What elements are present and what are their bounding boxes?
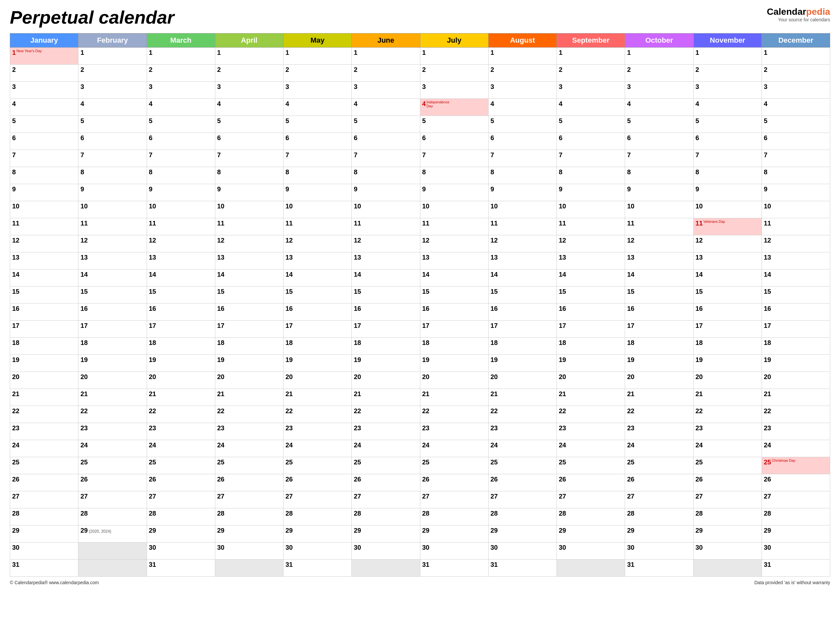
day-number: 10 (491, 202, 498, 210)
day-number: 28 (12, 510, 19, 517)
day-number: 30 (149, 544, 156, 551)
day-number: 4 (12, 100, 16, 107)
month-header-row: January February March April May June Ju… (10, 33, 830, 48)
day-number: 30 (559, 544, 566, 551)
calendar-cell: 18 (420, 338, 488, 355)
table-row: 252525252525252525252525Christmas Day (10, 457, 830, 474)
calendar-cell: 20 (78, 372, 147, 389)
calendar-cell: 28 (693, 509, 762, 525)
day-number: 24 (696, 442, 703, 449)
calendar-cell: 7 (147, 150, 215, 167)
day-number: 22 (491, 407, 498, 415)
day-number: 20 (491, 373, 498, 380)
table-row: 222222222222 (10, 65, 830, 82)
calendar-cell: 8 (420, 167, 488, 184)
calendar-cell: 25 (78, 457, 147, 474)
day-number: 18 (559, 339, 566, 346)
calendar-cell: 19 (10, 355, 78, 372)
table-row: 282828282828282828282828 (10, 509, 830, 525)
day-number: 19 (696, 356, 703, 363)
day-number: 7 (696, 151, 699, 159)
calendar-cell: 22 (78, 406, 147, 423)
calendar-cell: 17 (215, 321, 283, 338)
calendar-cell: 4Independence Day (420, 99, 488, 116)
day-number: 6 (149, 134, 152, 141)
day-number: 23 (764, 424, 771, 432)
calendar-cell: 20 (762, 372, 830, 389)
col-jul: July (420, 33, 488, 48)
calendar-cell: 12 (215, 235, 283, 253)
calendar-cell: 6 (215, 133, 283, 150)
calendar-cell: 18 (625, 338, 693, 355)
col-sep: September (557, 33, 625, 48)
day-number: 16 (627, 305, 634, 312)
calendar-cell: 20 (557, 372, 625, 389)
day-number: 8 (354, 168, 357, 176)
day-number: 23 (149, 424, 156, 432)
calendar-cell: 7 (352, 150, 420, 167)
day-number: 29 (696, 527, 703, 534)
table-row: 3030303030303030303030 (10, 542, 830, 560)
calendar-cell: 20 (352, 372, 420, 389)
day-number: 10 (354, 202, 361, 210)
calendar-cell: 12 (488, 235, 556, 253)
calendar-cell: 25Christmas Day (762, 457, 830, 474)
calendar-cell: 24 (420, 440, 488, 457)
calendar-cell: 22 (693, 406, 762, 423)
calendar-cell: 27 (215, 491, 283, 509)
day-number: 18 (491, 339, 498, 346)
day-number: 14 (12, 271, 19, 278)
table-row: 131313131313131313131313 (10, 253, 830, 269)
day-number: 16 (12, 305, 19, 312)
calendar-cell: 31 (420, 560, 488, 577)
day-number: 20 (354, 373, 361, 380)
calendar-cell: 23 (10, 423, 78, 440)
calendar-cell: 7 (693, 150, 762, 167)
calendar-cell: 2 (352, 65, 420, 82)
calendar-cell: 12 (762, 235, 830, 253)
calendar-cell: 13 (78, 253, 147, 269)
col-oct: October (625, 33, 693, 48)
calendar-cell: 28 (625, 509, 693, 525)
calendar-cell: 16 (352, 304, 420, 321)
calendar-cell: 21 (420, 389, 488, 406)
col-feb: February (78, 33, 147, 48)
calendar-cell: 2 (215, 65, 283, 82)
day-number: 29 (491, 527, 498, 534)
day-number: 13 (627, 254, 634, 261)
day-number: 31 (149, 561, 156, 568)
calendar-cell: 3 (420, 82, 488, 99)
day-number: 29 (149, 527, 156, 534)
calendar-cell: 30 (10, 542, 78, 560)
calendar-cell: 14 (147, 269, 215, 286)
day-number: 15 (559, 288, 566, 295)
calendar-cell: 4 (215, 99, 283, 116)
day-number: 2 (696, 66, 699, 73)
calendar-cell: 13 (625, 253, 693, 269)
calendar-cell: 28 (352, 509, 420, 525)
calendar-cell: 1 (352, 48, 420, 65)
day-number: 13 (422, 254, 430, 261)
day-number: 12 (149, 237, 156, 244)
day-number: 2 (217, 66, 221, 73)
day-number: 1 (696, 49, 699, 56)
day-number: 28 (217, 510, 224, 517)
day-number: 19 (354, 356, 361, 363)
day-number: 5 (696, 117, 699, 124)
calendar-cell: 28 (78, 509, 147, 525)
calendar-cell: 3 (78, 82, 147, 99)
day-number: 26 (627, 475, 634, 483)
calendar-cell: 20 (10, 372, 78, 389)
calendar-cell: 29 (693, 525, 762, 542)
day-number: 15 (286, 288, 293, 295)
day-number: 21 (286, 390, 293, 397)
calendar-cell: 18 (78, 338, 147, 355)
day-number: 31 (422, 561, 430, 568)
day-number: 26 (696, 475, 703, 483)
calendar-cell: 3 (762, 82, 830, 99)
day-number: 14 (422, 271, 430, 278)
calendar-cell: 1 (693, 48, 762, 65)
calendar-cell: 14 (693, 269, 762, 286)
calendar-cell: 17 (762, 321, 830, 338)
calendar-cell: 29 (488, 525, 556, 542)
